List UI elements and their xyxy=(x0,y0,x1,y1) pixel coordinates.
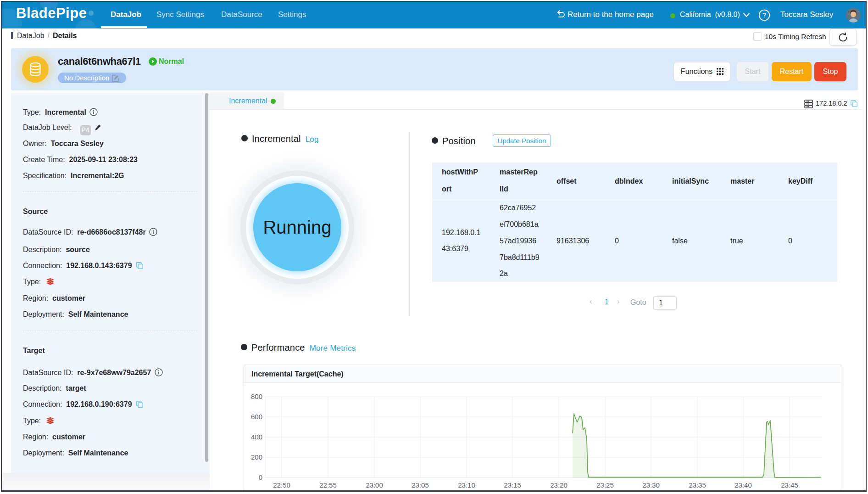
svg-text:23:40: 23:40 xyxy=(734,481,752,489)
svg-text:600: 600 xyxy=(251,413,262,421)
svg-text:23:30: 23:30 xyxy=(642,481,660,489)
svg-text:23:45: 23:45 xyxy=(781,481,798,489)
svg-text:23:00: 23:00 xyxy=(366,481,383,489)
svg-text:?: ? xyxy=(762,11,766,19)
svg-text:0: 0 xyxy=(259,473,262,481)
svg-text:200: 200 xyxy=(251,453,262,461)
svg-text:23:05: 23:05 xyxy=(412,481,429,489)
svg-text:800: 800 xyxy=(251,393,262,400)
svg-text:22:55: 22:55 xyxy=(319,481,337,489)
svg-text:22:50: 22:50 xyxy=(273,481,290,489)
svg-text:400: 400 xyxy=(251,433,262,441)
svg-text:23:10: 23:10 xyxy=(458,481,475,489)
svg-text:23:25: 23:25 xyxy=(596,481,614,489)
svg-text:23:20: 23:20 xyxy=(550,481,568,489)
svg-text:23:15: 23:15 xyxy=(504,481,521,489)
svg-text:23:35: 23:35 xyxy=(689,481,706,489)
